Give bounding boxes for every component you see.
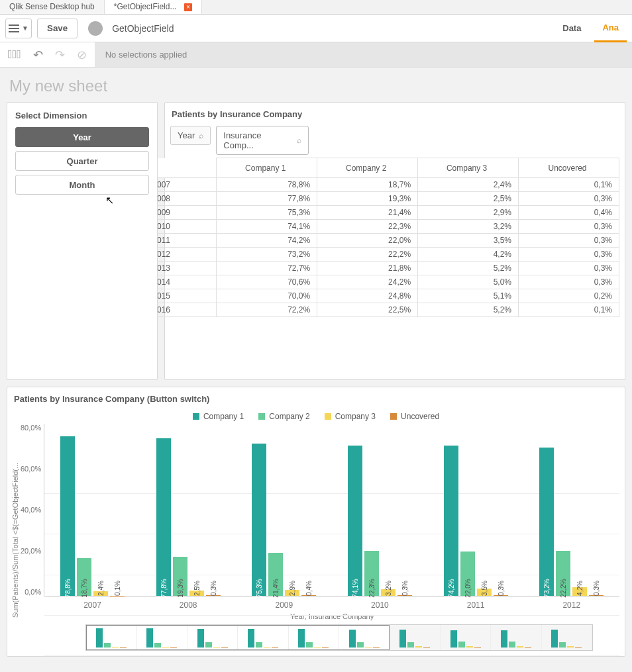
navigator-segment[interactable] <box>390 625 440 650</box>
dimension-button-year[interactable]: Year <box>15 127 149 147</box>
chart-navigator[interactable] <box>85 624 593 651</box>
table-row[interactable]: 201372,7%21,8%5,2%0,3% <box>148 262 619 275</box>
dimension-panel: Select Dimension YearQuarterMonth ↖ <box>7 102 158 380</box>
navigator-segment[interactable] <box>238 625 288 650</box>
row-dim-cell[interactable]: 2016 <box>148 303 217 317</box>
plot-area[interactable]: 78,8%18,7%2,4%0,1%77,8%19,3%2,5%0,3%75,3… <box>44 424 619 656</box>
bar[interactable]: 21,4% <box>268 553 283 596</box>
tab-app[interactable]: *GetObjectField... × <box>105 0 202 14</box>
bar-label: 3,5% <box>480 581 488 596</box>
table-row[interactable]: 201672,2%22,5%5,2%0,1% <box>148 303 619 317</box>
bar[interactable]: 73,2% <box>539 448 554 596</box>
column-dimension-search[interactable]: Insurance Comp... ⌕ <box>216 126 309 155</box>
bar[interactable]: 2,5% <box>189 591 204 596</box>
table-row[interactable]: 201570,0%24,8%5,1%0,2% <box>148 289 619 303</box>
row-dim-cell[interactable]: 2015 <box>148 289 217 303</box>
row-dim-cell[interactable]: 2013 <box>148 262 217 275</box>
table-row[interactable]: 200877,8%19,3%2,5%0,3% <box>148 192 619 206</box>
bar[interactable]: 2,4% <box>93 591 108 596</box>
bar-group[interactable]: 74,1%22,3%3,2%0,3% <box>332 446 428 596</box>
bar[interactable]: 74,2% <box>444 446 458 596</box>
bar[interactable]: 18,7% <box>77 558 91 596</box>
table-row[interactable]: 200975,3%21,4%2,9%0,4% <box>148 206 619 220</box>
legend-item[interactable]: Uncovered <box>390 412 439 421</box>
row-dim-cell[interactable]: 2010 <box>148 220 217 234</box>
row-dim-cell[interactable]: 2014 <box>148 275 217 289</box>
bar[interactable]: 19,3% <box>173 557 187 596</box>
bar[interactable]: 0,3% <box>206 595 221 596</box>
dimension-button-quarter[interactable]: Quarter <box>15 151 149 171</box>
bar-label: 0,3% <box>401 581 408 596</box>
navigator-segment[interactable] <box>491 625 541 650</box>
table-row[interactable]: 201074,1%22,3%3,2%0,3% <box>148 220 619 234</box>
legend-item[interactable]: Company 2 <box>258 412 309 421</box>
bar-label: 74,1% <box>351 579 358 597</box>
column-header[interactable]: Company 1 <box>217 158 317 178</box>
dimension-button-month[interactable]: Month <box>15 175 149 195</box>
table-row[interactable]: 200778,8%18,7%2,4%0,1% <box>148 178 619 192</box>
column-header[interactable]: Company 3 <box>418 158 519 178</box>
row-dim-cell[interactable]: 2007 <box>148 178 217 192</box>
navigator-segment[interactable] <box>137 625 187 650</box>
bar[interactable]: 78,8% <box>60 436 75 596</box>
legend-item[interactable]: Company 1 <box>193 412 244 421</box>
row-dim-label: Year <box>178 130 195 140</box>
save-button[interactable]: Save <box>37 19 78 38</box>
navigator-segment[interactable] <box>289 625 339 650</box>
chart-title: Patients by Insurance Company (Button sw… <box>7 387 625 407</box>
bar[interactable]: 22,2% <box>556 551 570 596</box>
bar[interactable]: 75,3% <box>252 444 266 596</box>
nav-analyze[interactable]: Ana <box>594 15 627 42</box>
table-row[interactable]: 201273,2%22,2%4,2%0,3% <box>148 248 619 262</box>
bar-label: 0,3% <box>209 581 217 596</box>
navigator-segment[interactable] <box>86 625 136 650</box>
bar-group[interactable]: 75,3%21,4%2,9%0,4% <box>236 444 332 596</box>
bar-group[interactable]: 77,8%19,3%2,5%0,3% <box>140 438 237 596</box>
table-row[interactable]: 201470,6%24,2%5,0%0,3% <box>148 275 619 289</box>
bar[interactable]: 3,5% <box>477 589 492 596</box>
navigator-segment[interactable] <box>339 625 390 650</box>
bar[interactable]: 2,9% <box>285 590 299 596</box>
close-icon[interactable]: × <box>184 3 192 11</box>
pivot-table[interactable]: Company 1Company 2Company 3Uncovered 200… <box>148 158 619 317</box>
bar[interactable]: 77,8% <box>156 438 171 596</box>
navigator-segment[interactable] <box>542 625 592 650</box>
row-dim-cell[interactable]: 2012 <box>148 248 217 262</box>
value-cell: 22,5% <box>317 303 418 317</box>
table-row[interactable]: 201174,2%22,0%3,5%0,3% <box>148 234 619 248</box>
tab-hub[interactable]: Qlik Sense Desktop hub <box>0 0 105 14</box>
bar[interactable]: 22,0% <box>460 552 475 596</box>
row-dim-cell[interactable]: 2011 <box>148 234 217 248</box>
row-dimension-search[interactable]: Year ⌕ <box>170 126 211 145</box>
sheet-title[interactable]: My new sheet <box>0 68 632 102</box>
column-header[interactable]: Company 2 <box>317 158 418 178</box>
menu-button[interactable]: ▼ <box>5 19 32 38</box>
navigator-segment[interactable] <box>441 625 491 650</box>
bar[interactable]: 22,3% <box>364 551 379 596</box>
nav-data[interactable]: Data <box>554 23 589 33</box>
bar-group[interactable]: 78,8%18,7%2,4%0,1% <box>44 436 140 596</box>
value-cell: 75,3% <box>217 206 317 220</box>
bar-chart-object[interactable]: Patients by Insurance Company (Button sw… <box>7 387 625 657</box>
bar[interactable]: 0,3% <box>589 595 604 596</box>
bar[interactable]: 0,3% <box>397 595 412 596</box>
selections-back-icon[interactable]: ↶ <box>33 48 43 62</box>
row-dim-cell[interactable]: 2008 <box>148 192 217 206</box>
column-header[interactable]: Uncovered <box>519 158 619 178</box>
navigator-segment[interactable] <box>187 625 238 650</box>
smart-search-icon[interactable]: �⃝⌕ <box>8 48 21 62</box>
bar[interactable]: 3,2% <box>381 589 395 596</box>
value-cell: 0,3% <box>519 192 619 206</box>
bar-group[interactable]: 74,2%22,0%3,5%0,3% <box>428 446 524 596</box>
bar[interactable]: 0,4% <box>301 595 316 596</box>
bar-group[interactable]: 73,2%22,2%4,2%0,3% <box>523 448 619 596</box>
bar[interactable]: 74,1% <box>348 446 362 596</box>
legend-item[interactable]: Company 3 <box>325 412 376 421</box>
value-cell: 5,0% <box>418 275 519 289</box>
bar-label: 22,0% <box>464 579 471 597</box>
bar[interactable]: 0,3% <box>494 595 508 596</box>
row-dim-cell[interactable]: 2009 <box>148 206 217 220</box>
bar[interactable]: 4,2% <box>572 587 587 596</box>
browser-tabs: Qlik Sense Desktop hub *GetObjectField..… <box>0 0 632 15</box>
pivot-table-object[interactable]: Patients by Insurance Company Year ⌕ Ins… <box>164 102 625 380</box>
